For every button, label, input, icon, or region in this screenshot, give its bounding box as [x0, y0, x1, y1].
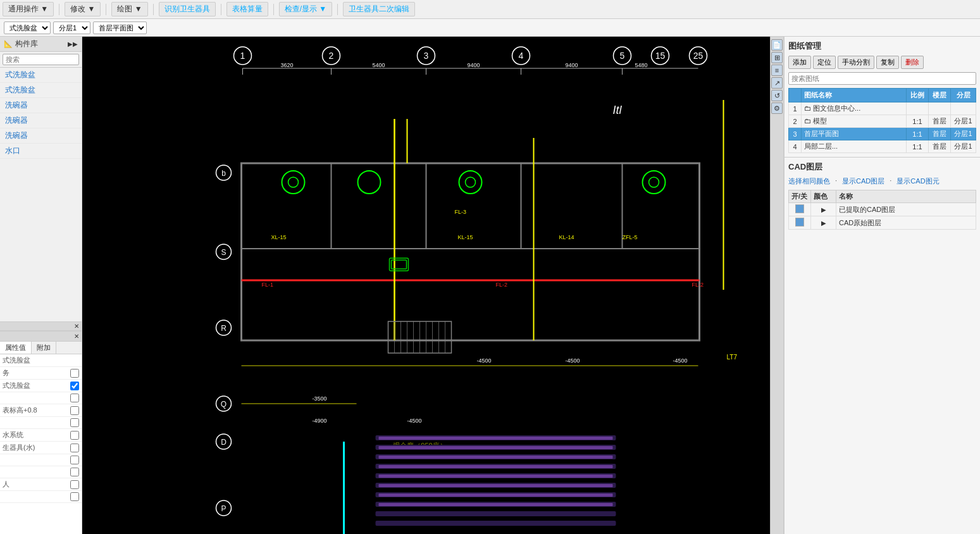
- identify-fixtures-button[interactable]: 识别卫生器具: [159, 2, 216, 16]
- svg-rect-62: [379, 475, 613, 478]
- svg-text:-4500: -4500: [566, 357, 580, 364]
- component-lib-label: 构件库: [15, 39, 38, 49]
- svg-text:KL-15: KL-15: [458, 234, 473, 240]
- layer-expand-1[interactable]: ▶: [821, 206, 826, 213]
- svg-text:FL-2: FL-2: [496, 282, 508, 288]
- separator-1: [59, 4, 59, 15]
- property-tabs: 属性值 附加: [0, 342, 82, 354]
- drawing-sub-2: 分层1: [951, 115, 976, 128]
- prop-check-6[interactable]: [70, 431, 79, 440]
- col-color: 颜色: [811, 190, 836, 203]
- cad-viewport[interactable]: 1 2 3 4 5 15 25: [82, 37, 770, 534]
- drawing-sub-1: [951, 102, 976, 115]
- grid-icon[interactable]: ⊞: [771, 52, 783, 63]
- drawing-sub-4: 分层1: [951, 140, 976, 153]
- drawing-search-input[interactable]: [788, 72, 976, 85]
- prop-label-7: 生器具(水): [3, 443, 70, 452]
- general-ops-button[interactable]: 通用操作 ▼: [3, 2, 54, 16]
- locate-drawing-button[interactable]: 定位: [813, 56, 836, 69]
- modify-button[interactable]: 修改 ▼: [65, 2, 101, 16]
- list-item[interactable]: 式洗脸盆: [0, 83, 82, 98]
- add-drawing-button[interactable]: 添加: [788, 56, 811, 69]
- layer-name-2: CAD原始图层: [836, 216, 976, 230]
- svg-rect-65: [379, 503, 613, 506]
- list-item[interactable]: 式洗脸盆: [0, 68, 82, 83]
- prop-check-1[interactable]: [70, 369, 79, 378]
- list-item[interactable]: 洗碗器: [0, 98, 82, 113]
- layer-select[interactable]: 分层1: [53, 22, 90, 34]
- svg-text:S: S: [221, 248, 226, 257]
- check-display-button[interactable]: 检查/显示 ▼: [279, 2, 333, 16]
- prop-check-10[interactable]: [70, 480, 79, 489]
- secondary-edit-button[interactable]: 卫生器具二次编辑: [343, 2, 415, 16]
- drawing-row-1[interactable]: 1 🗀 图文信息中心...: [789, 102, 976, 115]
- svg-rect-0: [104, 37, 749, 534]
- list-item[interactable]: 洗碗器: [0, 113, 82, 128]
- svg-text:FL-3: FL-3: [455, 209, 467, 215]
- drawing-row-3-active[interactable]: 3 首层平面图 1:1 首层 分层1: [789, 128, 976, 140]
- drawing-ratio-3: 1:1: [907, 128, 929, 140]
- prop-check-2[interactable]: [70, 382, 79, 390]
- svg-text:LT7: LT7: [727, 354, 738, 361]
- show-cad-layers-link[interactable]: 显示CAD图层: [842, 177, 884, 186]
- prop-check-11[interactable]: [70, 492, 79, 501]
- secondary-toolbar: 式洗脸盆 分层1 首层平面图: [0, 19, 980, 37]
- svg-text:XL-15: XL-15: [271, 234, 287, 240]
- svg-text:P: P: [221, 504, 226, 513]
- copy-drawing-button[interactable]: 复制: [876, 56, 899, 69]
- refresh-icon[interactable]: ↺: [771, 90, 783, 101]
- svg-text:2: 2: [329, 51, 334, 61]
- svg-text:1: 1: [240, 51, 245, 61]
- paper-icon[interactable]: 📄: [771, 39, 783, 51]
- svg-text:-4900: -4900: [313, 418, 327, 424]
- property-rows: 式洗脸盆 务 式洗脸盆: [0, 354, 82, 534]
- select-same-color-link[interactable]: 选择相同颜色: [788, 177, 830, 186]
- settings-icon[interactable]: ⚙: [771, 102, 783, 114]
- svg-rect-63: [379, 484, 613, 487]
- layer-expand-2[interactable]: ▶: [821, 220, 826, 227]
- prop-check-4[interactable]: [70, 406, 79, 415]
- separator-4: [221, 4, 221, 15]
- col-num: [789, 89, 802, 102]
- drawing-name-icon-1: 🗀: [804, 104, 813, 112]
- left-panel-close-bar: ✕: [0, 321, 82, 332]
- right-panel: 图纸管理 添加 定位 手动分割 复制 删除: [784, 37, 980, 534]
- prop-row-11: [0, 491, 82, 503]
- prop-check-7[interactable]: [70, 444, 79, 452]
- draw-button[interactable]: 绘图 ▼: [111, 2, 147, 16]
- svg-text:Itl: Itl: [613, 104, 623, 116]
- cursor-icon[interactable]: ↗: [771, 77, 783, 89]
- layer-name-1: 已提取的CAD图层: [836, 203, 976, 216]
- svg-text:5: 5: [620, 51, 625, 61]
- fixture-type-select[interactable]: 式洗脸盆: [4, 22, 51, 34]
- drawing-row-4[interactable]: 4 局部二层... 1:1 首层 分层1: [789, 140, 976, 153]
- drawing-row-2[interactable]: 2 🗀 模型 1:1 首层 分层1: [789, 115, 976, 128]
- prop-check-8[interactable]: [70, 456, 79, 464]
- tab-attribute-value[interactable]: 属性值: [0, 342, 32, 354]
- prop-row-7: 生器具(水): [0, 442, 82, 454]
- col-sublayer: 分层: [951, 89, 976, 102]
- table-calc-button[interactable]: 表格算量: [226, 2, 268, 16]
- prop-check-3[interactable]: [70, 394, 79, 402]
- close-props-icon[interactable]: ✕: [74, 333, 79, 340]
- side-icon-strip: 📄 ⊞ ≡ ↗ ↺ ⚙: [770, 37, 784, 534]
- list-item[interactable]: 洗碗器: [0, 128, 82, 144]
- manual-split-button[interactable]: 手动分割: [838, 56, 874, 69]
- show-cad-elements-link[interactable]: 显示CAD图元: [896, 177, 939, 186]
- component-search-input[interactable]: [3, 54, 79, 65]
- prop-check-5[interactable]: [70, 418, 79, 427]
- delete-drawing-button[interactable]: 删除: [901, 56, 924, 69]
- layers-icon[interactable]: ≡: [771, 65, 783, 76]
- main-toolbar: 通用操作 ▼ 修改 ▼ 绘图 ▼ 识别卫生器具 表格算量 检查/显示 ▼ 卫生器…: [0, 0, 980, 19]
- floor-plan-select[interactable]: 首层平面图: [93, 22, 147, 34]
- list-item[interactable]: 水口: [0, 144, 82, 159]
- layer-row-1: ▶ 已提取的CAD图层: [789, 203, 976, 216]
- svg-text:25: 25: [693, 51, 704, 61]
- close-left-top-icon[interactable]: ✕: [74, 323, 79, 330]
- prop-row-3: [0, 392, 82, 404]
- drawing-floor-4: 首层: [929, 140, 951, 153]
- expand-left-icon[interactable]: ▶▶: [68, 40, 78, 47]
- svg-text:9400: 9400: [467, 62, 480, 68]
- tab-additional[interactable]: 附加: [32, 342, 56, 354]
- prop-check-9[interactable]: [70, 468, 79, 476]
